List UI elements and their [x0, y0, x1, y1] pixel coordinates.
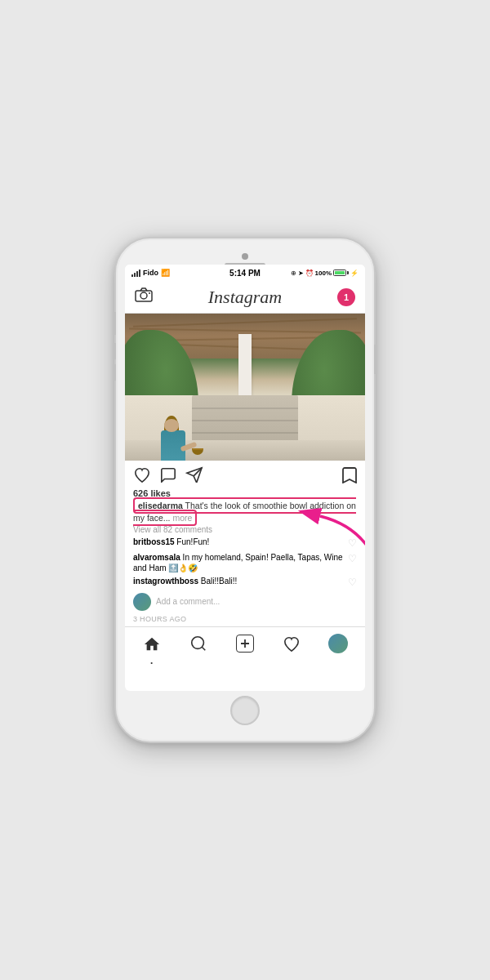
comment-content-3: instagrowthboss Bali!!Bali!!	[133, 576, 345, 587]
commenter-text-3: Bali!!	[201, 577, 219, 586]
signal-bar-2	[134, 273, 136, 277]
caption-border-box: elisedarma That's the look of smoothie b…	[133, 497, 356, 526]
power-button	[374, 345, 377, 374]
comment-content-2: alvaromsala In my homeland, Spain! Paell…	[133, 552, 345, 574]
battery-percent: 100%	[315, 270, 332, 277]
lightning-icon: ⚡	[350, 270, 359, 277]
home-button[interactable]	[230, 696, 260, 725]
comment-row-2: alvaromsala In my homeland, Spain! Paell…	[125, 551, 365, 575]
svg-point-1	[140, 292, 147, 299]
volume-silent-button	[113, 312, 116, 335]
battery-tip	[347, 271, 349, 274]
comment-like-2[interactable]: ♡	[348, 552, 357, 565]
comment-content-1: britboss15 Fun!Fun!	[133, 537, 345, 548]
volume-up-button	[113, 343, 116, 359]
battery-body	[333, 270, 346, 276]
comment-row-3: instagrowthboss Bali!!Bali!! ♡	[125, 575, 365, 590]
actions-left	[133, 466, 203, 486]
like-button[interactable]	[133, 466, 151, 486]
comment-row-1: britboss15 Fun!Fun! ♡	[125, 536, 365, 550]
wooden-table	[192, 395, 298, 444]
battery-icon	[333, 270, 349, 276]
alarm-icon: ⏰	[305, 270, 314, 277]
view-all-comments[interactable]: View all 82 comments	[125, 525, 365, 536]
status-bar: Fido 📶 5:14 PM ⊕ ➤ ⏰ 100% ⚡	[125, 265, 365, 281]
commenter-username-3[interactable]: instagrowthboss	[133, 577, 198, 586]
comment-button[interactable]	[159, 466, 177, 486]
nav-search[interactable]	[182, 627, 215, 660]
nav-add-post[interactable]	[229, 627, 261, 660]
commenter-username-2[interactable]: alvaromsala	[133, 553, 180, 562]
navigation-icon: ➤	[298, 270, 304, 277]
post-caption: elisedarma That's the look of smoothie b…	[125, 500, 365, 525]
bottom-nav	[125, 626, 365, 661]
svg-point-2	[149, 292, 150, 294]
nav-activity[interactable]	[275, 627, 308, 660]
status-left: Fido 📶	[131, 269, 170, 277]
post-image	[125, 314, 365, 461]
location-icon: ⊕	[291, 270, 296, 277]
nav-profile[interactable]	[322, 627, 354, 660]
commenter-username-1[interactable]: britboss15	[133, 537, 175, 546]
battery-fill	[335, 271, 345, 274]
status-right: ⊕ ➤ ⏰ 100% ⚡	[291, 270, 359, 277]
status-time: 5:14 PM	[229, 269, 261, 278]
comment-like-3[interactable]: ♡	[348, 576, 357, 589]
notification-badge[interactable]: 1	[337, 288, 355, 306]
nav-home[interactable]	[136, 627, 168, 660]
signal-bar-4	[139, 270, 140, 277]
share-button[interactable]	[185, 466, 203, 486]
instagram-header: Instagram 1	[125, 281, 365, 314]
post-timestamp: 3 hours ago	[125, 614, 365, 626]
signal-bar-3	[136, 271, 138, 277]
profile-avatar	[328, 634, 348, 653]
comment-like-1[interactable]: ♡	[348, 537, 357, 550]
signal-bars	[131, 269, 140, 277]
wifi-icon: 📶	[161, 269, 170, 277]
camera-button[interactable]	[135, 287, 153, 306]
caption-username[interactable]: elisedarma	[138, 501, 183, 510]
caption-more[interactable]: more	[172, 513, 192, 523]
add-comment-placeholder[interactable]: Add a comment...	[156, 597, 220, 606]
add-comment-row: Add a comment...	[125, 590, 365, 614]
commenter-text-1: Fun!	[176, 537, 193, 546]
carrier-label: Fido	[143, 269, 158, 277]
phone-camera	[242, 253, 248, 260]
signal-bar-1	[131, 274, 133, 277]
bookmark-button[interactable]	[342, 466, 357, 487]
commenter-avatar	[133, 593, 151, 611]
instagram-logo: Instagram	[208, 287, 282, 308]
post-actions	[125, 461, 365, 488]
volume-down-button	[113, 364, 116, 381]
phone-frame: Fido 📶 5:14 PM ⊕ ➤ ⏰ 100% ⚡	[114, 237, 376, 743]
svg-point-4	[192, 637, 204, 649]
phone-screen: Fido 📶 5:14 PM ⊕ ➤ ⏰ 100% ⚡	[125, 265, 365, 691]
